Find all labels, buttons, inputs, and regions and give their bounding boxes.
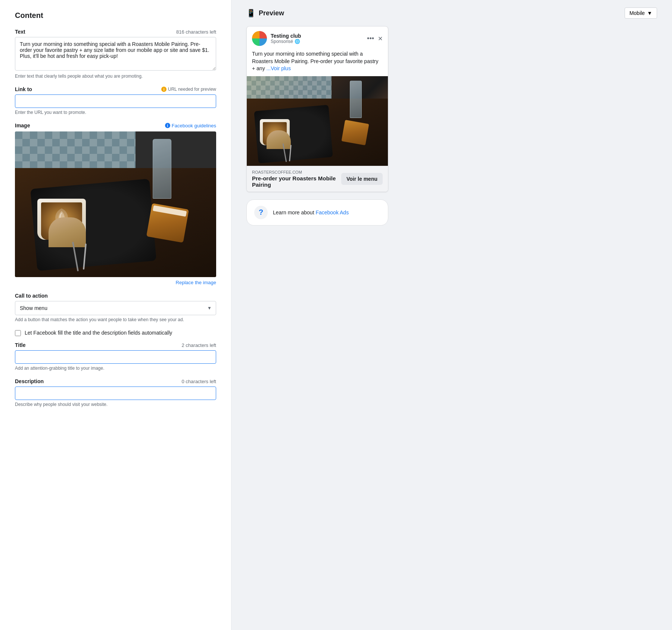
question-mark-icon: ?: [254, 206, 268, 219]
info-circle-blue: i: [165, 123, 170, 128]
image-label: Image: [15, 122, 30, 128]
ad-card-footer: roasterscoffee.com Pre-order your Roaste…: [247, 166, 388, 192]
ad-cta-title: Pre-order your Roasters Mobile Pairing: [252, 175, 337, 188]
close-icon[interactable]: ✕: [378, 35, 383, 42]
see-more-link[interactable]: ...Voir plus: [267, 65, 291, 71]
auto-fill-label[interactable]: Let Facebook fill the title and the desc…: [25, 330, 172, 336]
tablet-icon: 📱: [246, 9, 256, 18]
text-counter: 816 characters left: [176, 29, 216, 35]
cta-label: Call to action: [15, 293, 48, 299]
title-input[interactable]: Pre-order your Roasters Mobile Pairing: [15, 350, 216, 364]
ad-text: Turn your morning into something special…: [247, 48, 388, 76]
text-hint: Enter text that clearly tells people abo…: [15, 74, 216, 79]
avatar: [252, 31, 267, 46]
ad-image-upload[interactable]: [15, 131, 216, 277]
text-label: Text: [15, 29, 25, 35]
learn-more-text: Learn more about Facebook Ads: [273, 210, 349, 215]
learn-more-box: ? Learn more about Facebook Ads: [246, 199, 388, 226]
more-options-icon[interactable]: •••: [367, 35, 374, 42]
facebook-ads-link[interactable]: Facebook Ads: [315, 210, 349, 215]
ad-card-header: Testing club Sponsorisé 🌐 ••• ✕: [247, 27, 388, 48]
ad-cta-button[interactable]: Voir le menu: [341, 173, 383, 185]
description-input[interactable]: Order today, enjoy tomorrow! Save $1 on …: [15, 387, 216, 400]
ad-page-name: Testing club: [271, 33, 363, 39]
cta-field-group: Call to action Show menu Learn More Shop…: [15, 293, 216, 322]
info-icon: i: [161, 87, 167, 92]
title-field-group: Title 2 characters left Pre-order your R…: [15, 342, 216, 371]
description-field-group: Description 0 characters left Order toda…: [15, 378, 216, 407]
description-counter: 0 characters left: [182, 379, 217, 384]
url-notice: i URL needed for preview: [161, 87, 216, 92]
cta-select-wrapper: Show menu Learn More Shop Now Sign Up Do…: [15, 301, 216, 315]
preview-title: 📱 Preview: [246, 9, 284, 18]
dropdown-arrow-icon: ▼: [647, 10, 652, 16]
preview-header: 📱 Preview Mobile ▼: [246, 7, 657, 19]
page-title: Content: [15, 11, 216, 20]
ad-preview-image: [247, 76, 388, 166]
ad-sponsored: Sponsorisé 🌐: [271, 39, 363, 44]
auto-fill-checkbox[interactable]: [15, 330, 21, 336]
description-label: Description: [15, 378, 44, 384]
auto-fill-checkbox-row: Let Facebook fill the title and the desc…: [15, 330, 216, 336]
cta-select[interactable]: Show menu Learn More Shop Now Sign Up Do…: [15, 301, 216, 315]
url-input[interactable]: www.roasterscoffee.com: [15, 94, 216, 108]
ad-page-info: Testing club Sponsorisé 🌐: [271, 33, 363, 44]
cta-hint: Add a button that matches the action you…: [15, 317, 216, 322]
link-field-group: Link to i URL needed for preview www.roa…: [15, 86, 216, 115]
ad-actions: ••• ✕: [367, 35, 383, 42]
url-hint: Enter the URL you want to promote.: [15, 110, 216, 115]
ad-domain-info: roasterscoffee.com Pre-order your Roaste…: [252, 170, 337, 188]
text-input[interactable]: Turn your morning into something special…: [15, 37, 216, 71]
link-label: Link to: [15, 86, 32, 92]
image-field-group: Image i Facebook guidelines: [15, 122, 216, 285]
title-hint: Add an attention-grabbing title to your …: [15, 366, 216, 371]
mobile-dropdown-button[interactable]: Mobile ▼: [625, 7, 657, 19]
ad-domain: roasterscoffee.com: [252, 170, 337, 174]
text-field-group: Text 816 characters left Turn your morni…: [15, 29, 216, 79]
title-counter: 2 characters left: [182, 342, 217, 348]
globe-icon: 🌐: [295, 39, 300, 44]
title-label: Title: [15, 342, 26, 348]
glass-bottle-image: [153, 139, 171, 199]
ad-preview-card: Testing club Sponsorisé 🌐 ••• ✕ Turn you…: [246, 26, 388, 192]
pastry-image: [146, 203, 189, 243]
description-hint: Describe why people should visit your we…: [15, 402, 216, 407]
facebook-guidelines-link[interactable]: i Facebook guidelines: [165, 123, 216, 128]
replace-image-link[interactable]: Replace the image: [176, 280, 216, 285]
cup-image: [37, 199, 90, 247]
